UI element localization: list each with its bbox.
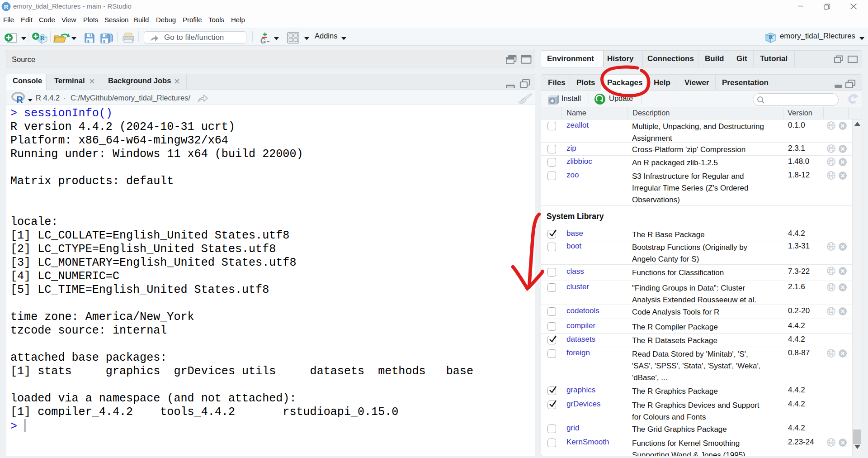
- svg-text:R: R: [4, 4, 9, 10]
- svg-text:G: G: [260, 37, 266, 44]
- svg-text:R: R: [17, 95, 23, 105]
- svg-text:R: R: [40, 34, 45, 41]
- svg-text:R: R: [769, 33, 774, 40]
